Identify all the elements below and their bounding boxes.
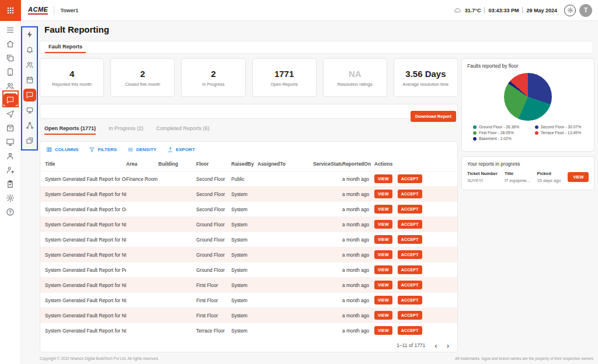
table-row[interactable]: System Generated Fault Report for NDB...…: [40, 277, 457, 292]
help-icon[interactable]: [4, 205, 18, 218]
view-button[interactable]: VIEW: [374, 311, 392, 320]
ticket-number-header: Ticket Number: [467, 171, 498, 176]
table-row[interactable]: System Generated Fault Report for NDB...…: [40, 186, 457, 201]
accept-button[interactable]: ACCEPT: [398, 311, 422, 320]
table-row[interactable]: System Generated Fault Report for NDB...…: [40, 232, 457, 247]
column-header[interactable]: Title: [45, 161, 126, 167]
send-icon[interactable]: [4, 107, 18, 120]
trademark-text: All trademarks, logos and brand names ar…: [455, 356, 593, 360]
view-button[interactable]: VIEW: [374, 296, 392, 304]
energy-icon[interactable]: [23, 28, 36, 41]
weather-icon: [454, 6, 461, 14]
column-header[interactable]: RaisedBy: [231, 161, 258, 167]
accept-button[interactable]: ACCEPT: [398, 296, 422, 304]
bookings-icon[interactable]: [23, 74, 36, 86]
cell-title: System Generated Fault Report for NDB...: [45, 313, 126, 318]
table-toolbar: COLUMNS FILTERS DENSITY EXPORT: [40, 142, 457, 157]
column-header[interactable]: Area: [126, 161, 158, 167]
cell-raised-by: System: [231, 313, 258, 318]
toolbar-icon: [167, 146, 173, 153]
filters-button[interactable]: FILTERS: [89, 146, 117, 153]
accept-button[interactable]: ACCEPT: [398, 190, 422, 198]
view-button[interactable]: VIEW: [374, 174, 392, 183]
kpi-card: 2 Closed this month: [110, 58, 175, 97]
view-button[interactable]: VIEW: [374, 235, 392, 244]
desk-icon[interactable]: [23, 104, 36, 117]
view-button[interactable]: VIEW: [374, 250, 392, 259]
integrations-icon[interactable]: [23, 119, 36, 132]
tab-fault-reports[interactable]: Fault Reports: [45, 44, 86, 53]
legend-label: First Floor - 28.05%: [479, 131, 514, 135]
monitor-icon[interactable]: [4, 135, 18, 148]
pages-icon[interactable]: [4, 51, 18, 64]
table-row[interactable]: System Generated Fault Report for NDB...…: [40, 307, 457, 323]
table-row[interactable]: System Generated Fault Report for Odo...…: [40, 201, 457, 216]
app-grid-icon[interactable]: [0, 0, 21, 21]
column-header[interactable]: Actions: [374, 161, 453, 167]
cell-raised-by: System: [231, 298, 258, 303]
report-tab[interactable]: Completed Reports (6): [157, 125, 210, 135]
column-header[interactable]: Building: [158, 161, 196, 167]
accept-button[interactable]: ACCEPT: [398, 326, 422, 335]
column-header[interactable]: ReportedOn: [342, 161, 374, 167]
download-report-button[interactable]: Download Report: [411, 111, 456, 122]
prev-page-button[interactable]: ‹: [434, 342, 437, 349]
fault-reporting-icon[interactable]: [4, 93, 18, 106]
visitor-icon[interactable]: [4, 163, 18, 176]
column-header[interactable]: Floor: [196, 161, 231, 167]
team-icon[interactable]: [4, 79, 18, 92]
cell-floor: First Floor: [196, 298, 231, 303]
clock: 03:43:33 PM: [488, 8, 519, 13]
settings-button[interactable]: [564, 5, 576, 16]
view-button[interactable]: VIEW: [374, 220, 392, 229]
next-page-button[interactable]: ›: [447, 342, 449, 349]
building-selector[interactable]: Tower1: [60, 8, 78, 13]
search-input[interactable]: [40, 104, 457, 118]
cell-reported-on: a month ago: [342, 222, 374, 228]
report-tab[interactable]: Open Reports (1771): [44, 125, 96, 135]
alerts-icon[interactable]: [23, 43, 36, 56]
fault-reports-icon[interactable]: [23, 89, 36, 102]
accept-button[interactable]: ACCEPT: [398, 174, 422, 183]
columns-button[interactable]: COLUMNS: [46, 146, 78, 153]
report-tab[interactable]: In Progress (2): [109, 125, 144, 135]
column-header[interactable]: AssignedTo: [258, 161, 313, 167]
documents-icon[interactable]: [23, 134, 36, 147]
table-row[interactable]: System Generated Fault Report for Odo...…: [40, 171, 457, 186]
export-button[interactable]: EXPORT: [167, 146, 195, 153]
column-header[interactable]: ServiceStatus: [313, 161, 342, 167]
table-row[interactable]: System Generated Fault Report for NDB...…: [40, 323, 457, 338]
view-button[interactable]: VIEW: [374, 190, 392, 198]
view-button[interactable]: VIEW: [374, 265, 392, 274]
menu-icon[interactable]: [4, 23, 18, 36]
legend-label: Ground Floor - 26.36%: [479, 125, 519, 129]
technician-icon[interactable]: [4, 149, 18, 162]
occupancy-icon[interactable]: [23, 58, 36, 71]
view-progress-button[interactable]: VIEW: [568, 172, 589, 182]
accept-button[interactable]: ACCEPT: [398, 265, 422, 274]
accept-button[interactable]: ACCEPT: [398, 281, 422, 289]
table-row[interactable]: System Generated Fault Report for Peop..…: [40, 262, 457, 277]
view-button[interactable]: VIEW: [374, 326, 392, 335]
home-icon[interactable]: [4, 37, 18, 50]
table-row[interactable]: System Generated Fault Report for NDB...…: [40, 216, 457, 232]
cell-title: System Generated Fault Report for NDB...: [45, 298, 126, 303]
ticket-title-header: Title: [505, 171, 530, 176]
cell-reported-on: a month ago: [342, 313, 374, 318]
accept-button[interactable]: ACCEPT: [398, 235, 422, 244]
density-button[interactable]: DENSITY: [127, 146, 157, 153]
faults-by-floor-card: Faults reported by floor Ground Floor - …: [461, 58, 594, 152]
settings-icon[interactable]: [4, 191, 18, 204]
table-row[interactable]: System Generated Fault Report for NDB...…: [40, 292, 457, 307]
accept-button[interactable]: ACCEPT: [398, 205, 422, 214]
table-row[interactable]: System Generated Fault Report for NDB...…: [40, 247, 457, 262]
tasks-icon[interactable]: [4, 177, 18, 190]
tablet-icon[interactable]: [4, 65, 18, 78]
accept-button[interactable]: ACCEPT: [398, 220, 422, 229]
accept-button[interactable]: ACCEPT: [398, 250, 422, 259]
view-button[interactable]: VIEW: [374, 281, 392, 289]
avatar[interactable]: T: [579, 4, 592, 17]
copyright-text: Copyright © 2022 Nhance Digital BuildTec…: [40, 356, 159, 360]
assets-icon[interactable]: [4, 121, 18, 134]
view-button[interactable]: VIEW: [374, 205, 392, 214]
